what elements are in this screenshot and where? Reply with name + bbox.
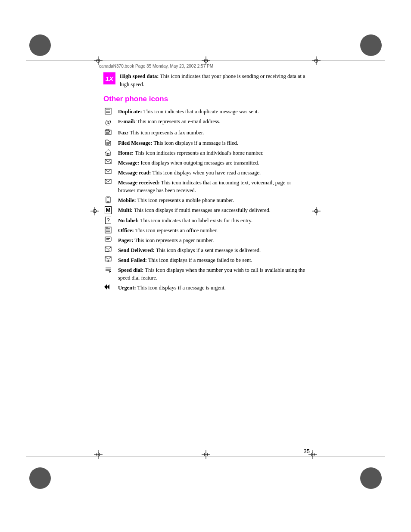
page-number: 35: [304, 448, 310, 454]
email-label: E-mail:: [118, 118, 135, 124]
list-item-mobile: Mobile: This icon represents a mobile ph…: [103, 196, 310, 204]
crosshair-top-center: [202, 56, 207, 64]
pager-label: Pager:: [118, 237, 133, 243]
crosshair-bottom-left: [94, 450, 103, 460]
email-icon: @: [103, 118, 113, 127]
list-item-message: Message: Icon displays when outgoing mes…: [103, 159, 310, 167]
svg-rect-37: [107, 153, 109, 156]
home-text: This icon indicates represents an indivi…: [135, 150, 264, 156]
crosshair-bottom-right: [308, 450, 317, 460]
list-item-send-delivered: Send Delivered: This icon displays if a …: [103, 246, 310, 254]
list-item-pager: Pager: This icon represents a pager numb…: [103, 236, 310, 244]
list-item-fax: Fax: This icon represents a fax number.: [103, 129, 310, 137]
reg-circle-tr: [360, 34, 382, 56]
message-read-label: Message read:: [118, 170, 151, 176]
pager-icon: [103, 236, 113, 242]
svg-marker-64: [107, 284, 109, 289]
office-desc: Office: This icon represents an office n…: [118, 227, 218, 234]
reg-circle-br: [360, 467, 382, 489]
multi-label: Multi:: [118, 207, 133, 213]
speed-dial-label: Speed dial:: [118, 267, 143, 273]
send-delivered-icon: [103, 246, 113, 252]
hsd-text: High speed data: This icon indicates tha…: [120, 72, 310, 89]
filed-text: This icon displays if a message is filed…: [153, 140, 238, 146]
left-border: [95, 60, 95, 457]
office-icon: [103, 227, 113, 233]
list-item-filed: Filed Message: This icon displays if a m…: [103, 139, 310, 147]
fax-label: Fax:: [118, 130, 128, 136]
nolabel-text: This icon indicates that no label exists…: [140, 218, 252, 224]
mobile-text: This icon represents a mobile phone numb…: [137, 197, 234, 203]
speed-dial-text: This icon displays when the number you w…: [118, 267, 305, 281]
crosshair-top-right: [312, 56, 317, 64]
urgent-text: This icon displays if a message is urgen…: [137, 285, 226, 291]
email-desc: E-mail: This icon represents an e-mail a…: [118, 118, 221, 125]
filed-icon: [103, 139, 113, 146]
speed-dial-icon: [103, 266, 113, 273]
message-received-desc: Message received: This icon indicates th…: [118, 179, 310, 194]
pager-text: This icon represents a pager number.: [134, 237, 214, 243]
list-item-office: Office: This icon represents an office n…: [103, 227, 310, 234]
list-item-multi: M Multi: This icon displays if multi mes…: [103, 206, 310, 214]
message-icon: [103, 159, 113, 165]
send-delivered-desc: Send Delivered: This icon displays if a …: [118, 246, 261, 254]
svg-rect-51: [105, 237, 111, 241]
crosshair-bottom-center: [202, 450, 210, 460]
pager-desc: Pager: This icon represents a pager numb…: [118, 236, 214, 244]
filed-label: Filed Message:: [118, 140, 153, 146]
urgent-label: Urgent:: [118, 285, 136, 291]
list-item-nolabel: ? No label: This icon indicates that no …: [103, 217, 310, 224]
office-text: This icon represents an office number.: [135, 227, 218, 233]
send-failed-text: This icon displays if a message failed t…: [148, 257, 252, 263]
icon-list: Duplicate: This icon indicates that a du…: [103, 108, 310, 292]
content-area: 1X High speed data: This icon indicates …: [103, 72, 310, 294]
nolabel-icon: ?: [103, 217, 113, 224]
message-read-desc: Message read: This icon displays when yo…: [118, 169, 261, 177]
page-container: canadaN370.book Page 35 Monday, May 20, …: [0, 0, 411, 532]
urgent-icon: [103, 284, 113, 290]
send-delivered-label: Send Delivered:: [118, 247, 155, 253]
multi-text: This icon displays if multi messages are…: [134, 207, 271, 213]
file-info: canadaN370.book Page 35 Monday, May 20, …: [99, 64, 213, 68]
list-item-message-read: Message read: This icon displays when yo…: [103, 169, 310, 177]
message-text: Icon displays when outgoing messages are…: [140, 160, 259, 166]
duplicate-desc: Duplicate: This icon indicates that a du…: [118, 108, 259, 115]
mobile-icon: [103, 196, 113, 203]
home-icon: [103, 149, 113, 156]
send-failed-desc: Send Failed: This icon displays if a mes…: [118, 256, 252, 264]
svg-marker-62: [109, 270, 111, 273]
crosshair-top-left: [94, 56, 99, 64]
send-delivered-text: This icon displays if a sent message is …: [156, 247, 261, 253]
right-border: [316, 60, 316, 457]
duplicate-label: Duplicate:: [118, 109, 142, 115]
message-read-text: This icon displays when you have read a …: [152, 170, 261, 176]
hsd-label: High speed data:: [120, 73, 159, 79]
message-received-icon: [103, 179, 113, 185]
urgent-desc: Urgent: This icon displays if a message …: [118, 284, 226, 292]
send-failed-label: Send Failed:: [118, 257, 147, 263]
svg-marker-63: [104, 284, 107, 289]
list-item-urgent: Urgent: This icon displays if a message …: [103, 284, 310, 292]
mobile-desc: Mobile: This icon represents a mobile ph…: [118, 196, 234, 204]
message-received-label: Message received:: [118, 180, 160, 186]
message-desc: Message: Icon displays when outgoing mes…: [118, 159, 259, 167]
fax-icon: [103, 129, 113, 136]
home-label: Home:: [118, 150, 134, 156]
crosshair-left-mid: [90, 207, 99, 217]
crosshair-right-mid: [312, 207, 321, 217]
mobile-label: Mobile:: [118, 197, 136, 203]
list-item-duplicate: Duplicate: This icon indicates that a du…: [103, 108, 310, 115]
svg-marker-36: [105, 149, 111, 156]
filed-desc: Filed Message: This icon displays if a m…: [118, 139, 238, 147]
multi-desc: Multi: This icon displays if multi messa…: [118, 206, 271, 214]
reg-circle-tl: [29, 34, 51, 56]
home-desc: Home: This icon indicates represents an …: [118, 149, 264, 157]
office-label: Office:: [118, 227, 134, 233]
send-failed-icon: [103, 256, 113, 262]
fax-text: This icon represents a fax number.: [130, 130, 204, 136]
list-item-home: Home: This icon indicates represents an …: [103, 149, 310, 157]
section-heading: Other phone icons: [103, 95, 310, 103]
duplicate-icon: [103, 108, 113, 115]
message-label: Message:: [118, 160, 139, 166]
list-item-send-failed: Send Failed: This icon displays if a mes…: [103, 256, 310, 264]
